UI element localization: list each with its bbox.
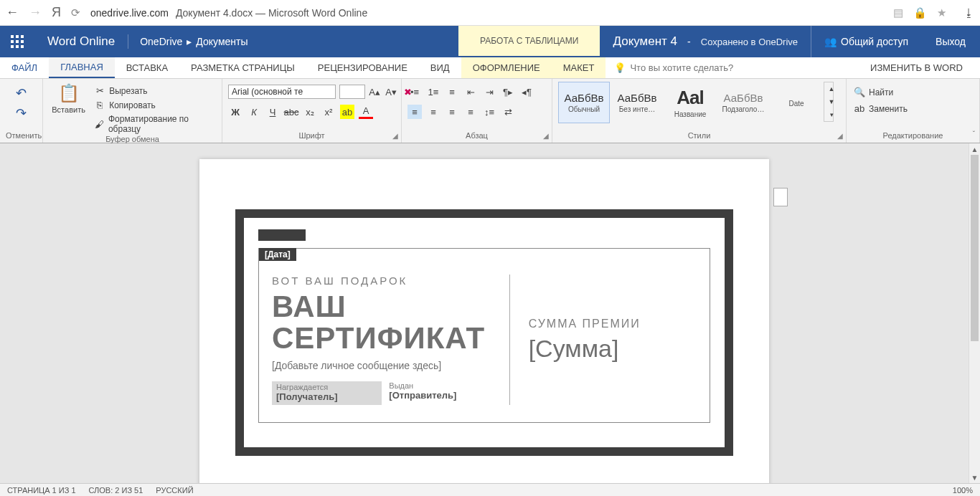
cut-button[interactable]: ✂Вырезать: [93, 85, 216, 97]
tab-table-design[interactable]: ОФОРМЛЕНИЕ: [461, 57, 552, 78]
date-field[interactable]: [Дата]: [259, 248, 296, 261]
reload-icon[interactable]: ⟳: [71, 6, 80, 19]
download-icon[interactable]: ⭳: [963, 6, 974, 19]
scroll-up-icon[interactable]: ▲: [969, 143, 980, 155]
grow-font-icon[interactable]: A▴: [367, 85, 382, 99]
italic-icon[interactable]: К: [247, 105, 261, 119]
scroll-thumb[interactable]: [971, 155, 979, 341]
vertical-scrollbar[interactable]: ▲ ▼: [969, 143, 980, 483]
styles-expand[interactable]: ▾: [824, 108, 839, 121]
bold-icon[interactable]: Ж: [228, 105, 242, 119]
tab-view[interactable]: ВИД: [419, 57, 461, 78]
group-styles-label: Стили: [558, 131, 840, 141]
styles-dialog-launcher[interactable]: ◢: [837, 132, 843, 140]
tab-home[interactable]: ГЛАВНАЯ: [49, 57, 115, 78]
line-spacing-icon[interactable]: ↕≡: [482, 105, 496, 119]
style-title[interactable]: AalНазвание: [664, 82, 716, 123]
multilevel-icon[interactable]: ≡: [445, 85, 459, 99]
underline-icon[interactable]: Ч: [265, 105, 280, 119]
align-center-icon[interactable]: ≡: [426, 105, 440, 119]
font-color-icon[interactable]: A: [359, 105, 373, 119]
style-date[interactable]: Date: [771, 82, 822, 123]
word-count[interactable]: СЛОВ: 2 ИЗ 51: [89, 486, 143, 495]
share-icon: 👥: [824, 36, 837, 47]
undo-icon[interactable]: ↶: [14, 86, 29, 100]
forward-icon[interactable]: →: [29, 5, 42, 20]
numbering-icon[interactable]: 1≡: [426, 85, 440, 99]
address-bar[interactable]: onedrive.live.com Документ 4.docx — Micr…: [90, 7, 883, 19]
prize-label[interactable]: СУММА ПРЕМИИ: [529, 318, 697, 330]
outdent-icon[interactable]: ⇤: [463, 85, 478, 99]
font-name-select[interactable]: Arial (основной те: [228, 85, 336, 99]
language-indicator[interactable]: РУССКИЙ: [156, 486, 193, 495]
justify-icon[interactable]: ≡: [463, 105, 478, 119]
align-right-icon[interactable]: ≡: [445, 105, 459, 119]
format-painter-button[interactable]: 🖌Форматирование по образцу: [93, 113, 216, 135]
share-button[interactable]: 👥 Общий доступ: [811, 26, 921, 57]
back-icon[interactable]: ←: [6, 5, 19, 20]
font-dialog-launcher[interactable]: ◢: [392, 132, 398, 140]
document-canvas[interactable]: [Дата] ВОТ ВАШ ПОДАРОК ВАШСЕРТИФИКАТ [До…: [0, 143, 969, 483]
tab-table-layout[interactable]: МАКЕТ: [552, 57, 606, 78]
superscript-icon[interactable]: x²: [321, 105, 336, 119]
scroll-down-icon[interactable]: ▼: [969, 472, 980, 483]
tab-insert[interactable]: ВСТАВКА: [115, 57, 179, 78]
group-font-label: Шрифт: [228, 131, 395, 141]
style-normal[interactable]: АаБбВвОбычный: [558, 82, 610, 123]
tab-review[interactable]: РЕЦЕНЗИРОВАНИЕ: [306, 57, 419, 78]
sender-cell[interactable]: Выдан [Отправитель]: [389, 381, 490, 405]
cert-title[interactable]: ВАШСЕРТИФИКАТ: [272, 291, 491, 354]
align-left-icon[interactable]: ≡: [407, 105, 422, 119]
protect-icon[interactable]: ▤: [893, 6, 903, 19]
yandex-logo[interactable]: Я: [52, 5, 61, 20]
replace-button[interactable]: abЗаменить: [852, 102, 909, 115]
title-bar: Word Online OneDrive ▸ Документы РАБОТА …: [0, 26, 980, 57]
crumb-onedrive[interactable]: OneDrive: [140, 36, 182, 47]
tab-file[interactable]: ФАЙЛ: [0, 57, 49, 78]
app-launcher-icon[interactable]: [0, 26, 34, 57]
table-handle[interactable]: [773, 188, 788, 206]
tell-me-search[interactable]: 💡 Что вы хотите сделать?: [606, 57, 742, 78]
edit-in-word[interactable]: ИЗМЕНИТЬ В WORD: [853, 57, 980, 78]
page[interactable]: [Дата] ВОТ ВАШ ПОДАРОК ВАШСЕРТИФИКАТ [До…: [199, 159, 769, 483]
recipient-cell[interactable]: Награждается [Получатель]: [272, 381, 382, 405]
svg-rect-1: [16, 35, 19, 38]
redo-icon[interactable]: ↷: [14, 106, 29, 120]
copy-button[interactable]: ⎘Копировать: [93, 99, 216, 111]
personal-message[interactable]: [Добавьте личное сообщение здесь]: [272, 360, 491, 371]
rtl-icon[interactable]: ◂¶: [519, 85, 534, 99]
kicker-text[interactable]: ВОТ ВАШ ПОДАРОК: [272, 275, 491, 287]
ribbon-tabs: ФАЙЛ ГЛАВНАЯ ВСТАВКА РАЗМЕТКА СТРАНИЦЫ Р…: [0, 57, 980, 79]
document-name[interactable]: Документ 4: [613, 34, 677, 49]
shrink-font-icon[interactable]: A▾: [384, 85, 398, 99]
style-no-spacing[interactable]: АаБбВвБез инте…: [611, 82, 663, 123]
ribbon-collapse-icon[interactable]: ˇ: [973, 130, 975, 138]
prize-value[interactable]: [Сумма]: [529, 335, 697, 363]
special-indent-icon[interactable]: ⇄: [501, 105, 515, 119]
url-host: onedrive.live.com: [90, 7, 169, 19]
paragraph-dialog-launcher[interactable]: ◢: [543, 132, 549, 140]
indent-icon[interactable]: ⇥: [482, 85, 496, 99]
paste-button[interactable]: 📋 Вставить: [49, 82, 88, 115]
bullets-icon[interactable]: •≡: [407, 85, 422, 99]
subscript-icon[interactable]: x₂: [303, 105, 317, 119]
crumb-folder[interactable]: Документы: [196, 36, 248, 47]
tab-layout[interactable]: РАЗМЕТКА СТРАНИЦЫ: [179, 57, 306, 78]
font-size-select[interactable]: [339, 85, 365, 99]
zoom-level[interactable]: 100%: [953, 486, 973, 495]
bookmark-icon[interactable]: ★: [937, 6, 946, 19]
signout-link[interactable]: Выход: [921, 36, 980, 47]
lock-icon[interactable]: 🔒: [913, 6, 927, 19]
find-button[interactable]: 🔍Найти: [852, 86, 895, 98]
styles-scroll-down[interactable]: ▼: [824, 95, 839, 108]
strike-icon[interactable]: abc: [284, 105, 298, 119]
breadcrumb: OneDrive ▸ Документы: [128, 36, 259, 47]
tell-me-placeholder: Что вы хотите сделать?: [630, 62, 733, 73]
ltr-icon[interactable]: ¶▸: [501, 85, 515, 99]
styles-scroll-up[interactable]: ▲: [824, 82, 839, 95]
app-name[interactable]: Word Online: [34, 34, 128, 49]
table-tools-tab[interactable]: РАБОТА С ТАБЛИЦАМИ: [458, 26, 600, 57]
style-subtitle[interactable]: АаБбВвПодзаголо…: [717, 82, 769, 123]
highlight-icon[interactable]: ab: [340, 105, 354, 119]
page-indicator[interactable]: СТРАНИЦА 1 ИЗ 1: [7, 486, 76, 495]
